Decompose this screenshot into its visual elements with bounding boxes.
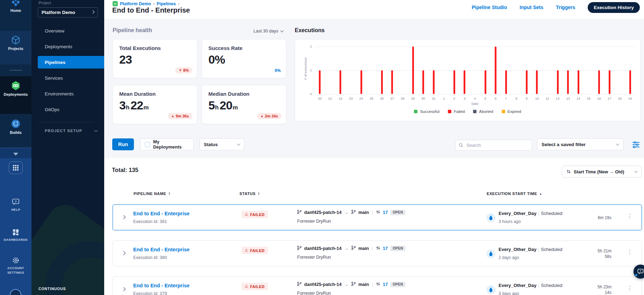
- status-filter-dropdown[interactable]: Status: [199, 138, 244, 150]
- column-header-execution-start-time[interactable]: EXECUTION START TIME▲: [487, 192, 542, 196]
- project-setup-toggle[interactable]: PROJECT SETUP: [45, 129, 97, 133]
- duration: 6m 19s: [567, 205, 611, 231]
- column-label: PIPELINE NAME: [134, 192, 166, 196]
- pr-state-badge: OPEN: [390, 246, 406, 251]
- chart-bar: [412, 46, 414, 94]
- rail-item-account-settings[interactable]: ACCOUNT SETTINGS: [0, 256, 31, 275]
- x-tick-label: 14: [573, 96, 584, 100]
- expand-chevron-icon[interactable]: [121, 215, 126, 220]
- pull-request-icon: [376, 282, 380, 287]
- card-median-duration: Median Duration 5h20m ▲ 2m 34s: [202, 85, 286, 124]
- trend-value: 8%: [183, 68, 189, 72]
- breadcrumb-project[interactable]: Platform Demo: [120, 1, 151, 6]
- trigger-schedule-icon: [486, 213, 495, 222]
- execution-row[interactable]: End to End - EnterpriseExecution Id: 381…: [113, 204, 642, 230]
- x-axis-label: Date: [315, 102, 635, 106]
- pr-number-link[interactable]: 17: [383, 210, 388, 215]
- rail-collapse-chevron[interactable]: [0, 151, 31, 157]
- project-selector[interactable]: Platform Demo: [38, 7, 98, 17]
- sidebar-item-environments[interactable]: Environments: [38, 87, 104, 100]
- card-label: Total Executions: [119, 45, 161, 51]
- card-mean-duration: Mean Duration 3h22m ▲ 9m 36s: [113, 85, 197, 124]
- chart-bar: [381, 70, 383, 94]
- rail-item-projects[interactable]: Projects: [0, 35, 31, 51]
- legend-swatch: [414, 110, 417, 113]
- row-menu-button[interactable]: ⋮: [626, 249, 633, 256]
- chart-bar: [526, 70, 528, 94]
- rail-item-home[interactable]: Home: [0, 0, 31, 13]
- status-text: FAILED: [250, 213, 265, 217]
- y-tick-label: 2: [304, 44, 312, 48]
- x-tick-label: 4: [470, 96, 480, 100]
- chart-gridline: [315, 46, 635, 47]
- pipeline-name-link[interactable]: End to End - Enterprise: [133, 247, 189, 252]
- rail-item-builds[interactable]: Builds: [0, 118, 31, 135]
- saved-filter-dropdown[interactable]: Select a saved filter: [537, 138, 623, 150]
- sidebar-item-services[interactable]: Services: [38, 72, 104, 84]
- project-name: Platform Demo: [42, 10, 75, 15]
- status-text: FAILED: [250, 249, 265, 253]
- sidebar-item-deployments[interactable]: Deployments: [38, 40, 104, 53]
- rail-item-help[interactable]: ? HELP: [0, 198, 31, 212]
- divider: |: [537, 247, 541, 252]
- x-tick-label: 18: [615, 96, 625, 100]
- sort-updown-icon: [566, 169, 571, 174]
- my-deployments-checkbox[interactable]: [145, 142, 150, 147]
- time-range-selector[interactable]: Last 30 days: [227, 29, 283, 34]
- nav-link-triggers[interactable]: Triggers: [556, 5, 575, 10]
- column-header-pipeline-name[interactable]: PIPELINE NAME▲▼: [134, 192, 171, 196]
- x-tick-label: 23: [346, 96, 356, 100]
- chart-bar: [485, 70, 486, 94]
- target-branch: main: [358, 210, 369, 215]
- execution-row[interactable]: End to End - EnterpriseExecution Id: 380…: [113, 240, 642, 266]
- rail-label-dashboards: DASHBOARDS: [0, 238, 31, 242]
- execution-row[interactable]: End to End - EnterpriseExecution Id: 379…: [113, 276, 642, 295]
- x-tick-label: 16: [594, 96, 604, 100]
- trigger-type: Scheduled: [541, 211, 562, 216]
- chart-bar: [536, 70, 538, 94]
- rail-item-deployments[interactable]: Deployments: [0, 80, 31, 96]
- sidebar-item-gitops[interactable]: GitOps: [38, 103, 104, 116]
- health-cards: Total Executions 23 ▼ 8% Success Rate 0%…: [113, 39, 286, 124]
- column-header-status[interactable]: STATUS▲▼: [239, 192, 260, 196]
- expand-chevron-icon[interactable]: [121, 251, 126, 256]
- trigger-name: Every_Other_Day: [499, 247, 536, 252]
- row-menu-button[interactable]: ⋮: [626, 213, 633, 220]
- started-time: 2 days ago: [499, 255, 519, 260]
- pr-number-link[interactable]: 17: [383, 282, 388, 287]
- nav-link-pipeline-studio[interactable]: Pipeline Studio: [472, 5, 507, 10]
- row-menu-button[interactable]: ⋮: [626, 285, 633, 292]
- pr-number-link[interactable]: 17: [383, 246, 388, 251]
- duration: 5h 21m58s: [567, 241, 611, 267]
- status-filter-label: Status: [204, 142, 218, 147]
- run-button[interactable]: Run: [112, 138, 134, 150]
- legend-item-aborted: Aborted: [473, 109, 493, 114]
- rail-item-dashboards[interactable]: DASHBOARDS: [0, 228, 31, 242]
- deployments-icon: [10, 80, 21, 91]
- breadcrumb-pipelines[interactable]: Pipelines: [157, 1, 176, 6]
- duration-line: 5h 23m: [598, 284, 611, 290]
- sidebar-item-overview[interactable]: Overview: [38, 24, 104, 37]
- grid-icon: [13, 165, 19, 171]
- source-branch: danf425-patch-14: [304, 210, 342, 215]
- nav-link-input-sets[interactable]: Input Sets: [520, 5, 543, 10]
- trend-value: 2m 34s: [265, 114, 278, 118]
- filter-settings-button[interactable]: [631, 139, 641, 150]
- legend-item-failed: Failed: [448, 109, 465, 114]
- module-picker-button[interactable]: [9, 161, 23, 174]
- sidebar-item-pipelines[interactable]: Pipelines: [38, 56, 104, 69]
- my-deployments-filter[interactable]: My Deployments: [140, 138, 194, 150]
- pipeline-name-link[interactable]: End to End - Enterprise: [133, 283, 189, 288]
- trigger-schedule-icon: [486, 285, 495, 294]
- rail-label-home: Home: [0, 8, 31, 13]
- expand-chevron-icon[interactable]: [121, 287, 126, 292]
- x-tick-label: 11: [542, 96, 553, 100]
- search-input[interactable]: [466, 142, 529, 148]
- breadcrumb-separator: ›: [153, 1, 155, 6]
- tab-execution-history[interactable]: Execution History: [588, 2, 640, 13]
- sort-dropdown[interactable]: Start Time (New → Old): [562, 166, 642, 178]
- chart-bar: [433, 70, 435, 94]
- chevron-down-icon: [280, 29, 284, 33]
- pipeline-name-link[interactable]: End to End - Enterprise: [133, 211, 189, 216]
- x-tick-label: 28: [397, 96, 408, 100]
